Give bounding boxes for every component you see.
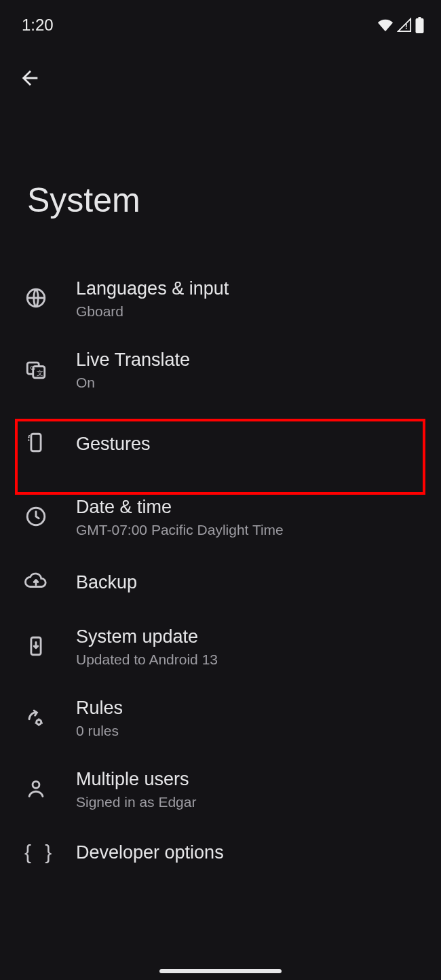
svg-text:文: 文 [37, 369, 43, 376]
battery-icon [415, 17, 425, 33]
status-bar: 1:20 ! [0, 0, 441, 38]
settings-item-developer-options[interactable]: { } Developer options [0, 825, 441, 880]
item-title: Live Translate [76, 350, 427, 371]
back-arrow-icon [18, 67, 41, 92]
nav-handle[interactable] [159, 969, 282, 973]
back-button[interactable] [14, 62, 46, 95]
svg-point-7 [28, 435, 30, 436]
gesture-phone-icon [24, 431, 47, 457]
settings-item-languages-input[interactable]: Languages & input Gboard [0, 263, 441, 335]
settings-list: Languages & input Gboard G文 Live Transla… [0, 263, 441, 880]
clock-icon [24, 505, 47, 531]
item-subtitle: GMT-07:00 Pacific Daylight Time [76, 522, 427, 538]
status-icons: ! [377, 17, 425, 33]
svg-point-10 [37, 719, 41, 724]
app-bar [0, 38, 441, 99]
item-subtitle: On [76, 375, 427, 391]
settings-item-system-update[interactable]: System update Updated to Android 13 [0, 611, 441, 683]
item-title: Languages & input [76, 278, 427, 299]
translate-icon: G文 [24, 358, 47, 383]
settings-item-gestures[interactable]: Gestures [0, 406, 441, 482]
item-title: Developer options [76, 842, 427, 863]
wifi-icon [377, 18, 394, 33]
braces-icon: { } [24, 841, 56, 864]
settings-item-rules[interactable]: Rules 0 rules [0, 683, 441, 754]
item-subtitle: 0 rules [76, 723, 427, 739]
status-time: 1:20 [22, 16, 54, 35]
item-title: Backup [76, 572, 427, 593]
rules-icon [24, 706, 47, 732]
settings-item-date-time[interactable]: Date & time GMT-07:00 Pacific Daylight T… [0, 482, 441, 553]
globe-icon [24, 286, 47, 312]
svg-text:G: G [31, 364, 36, 371]
item-title: System update [76, 626, 427, 647]
svg-rect-6 [31, 434, 41, 451]
page-title: System [0, 99, 441, 263]
item-title: Multiple users [76, 769, 427, 790]
item-title: Date & time [76, 497, 427, 518]
person-icon [24, 777, 47, 803]
item-subtitle: Updated to Android 13 [76, 652, 427, 668]
item-subtitle: Gboard [76, 303, 427, 320]
svg-text:!: ! [405, 22, 408, 31]
item-subtitle: Signed in as Edgar [76, 794, 427, 810]
item-title: Rules [76, 698, 427, 719]
settings-item-live-translate[interactable]: G文 Live Translate On [0, 335, 441, 406]
svg-point-11 [33, 781, 39, 788]
item-title: Gestures [76, 434, 427, 455]
cloud-upload-icon [24, 569, 47, 595]
settings-item-multiple-users[interactable]: Multiple users Signed in as Edgar [0, 754, 441, 825]
system-update-icon [24, 635, 47, 660]
cell-signal-icon: ! [397, 18, 412, 33]
settings-item-backup[interactable]: Backup [0, 553, 441, 611]
